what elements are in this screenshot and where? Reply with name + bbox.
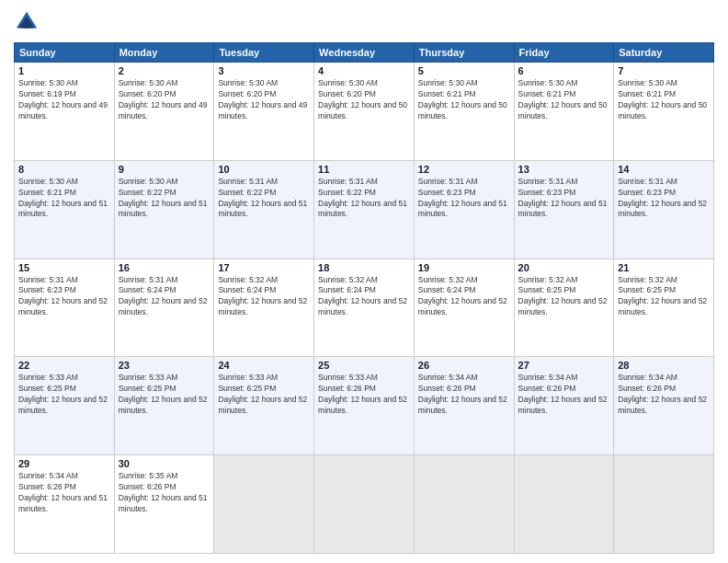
day-info: Sunrise: 5:30 AM Sunset: 6:21 PM Dayligh… [18, 177, 110, 221]
day-number: 6 [518, 65, 610, 76]
calendar-day-cell [214, 455, 314, 554]
calendar-day-cell: 14 Sunrise: 5:31 AM Sunset: 6:23 PM Dayl… [614, 160, 714, 259]
day-number: 14 [618, 164, 710, 175]
day-number: 27 [518, 360, 610, 371]
day-number: 16 [119, 262, 210, 273]
day-number: 20 [518, 262, 610, 273]
day-info: Sunrise: 5:30 AM Sunset: 6:20 PM Dayligh… [218, 78, 310, 122]
weekday-header: Friday [514, 43, 614, 63]
day-info: Sunrise: 5:30 AM Sunset: 6:22 PM Dayligh… [119, 177, 210, 221]
header [14, 9, 714, 35]
day-number: 28 [618, 360, 710, 371]
day-info: Sunrise: 5:32 AM Sunset: 6:24 PM Dayligh… [418, 275, 510, 319]
day-number: 3 [218, 65, 310, 76]
calendar-day-cell: 6 Sunrise: 5:30 AM Sunset: 6:21 PM Dayli… [514, 63, 614, 161]
day-info: Sunrise: 5:32 AM Sunset: 6:24 PM Dayligh… [218, 275, 310, 319]
day-info: Sunrise: 5:31 AM Sunset: 6:22 PM Dayligh… [318, 177, 410, 221]
calendar-day-cell: 4 Sunrise: 5:30 AM Sunset: 6:20 PM Dayli… [314, 63, 415, 161]
weekday-header: Sunday [15, 43, 115, 63]
day-number: 25 [318, 360, 410, 371]
day-info: Sunrise: 5:33 AM Sunset: 6:25 PM Dayligh… [18, 373, 110, 417]
calendar-header-row: SundayMondayTuesdayWednesdayThursdayFrid… [15, 43, 714, 63]
day-number: 15 [18, 262, 110, 273]
day-number: 1 [18, 65, 110, 76]
day-number: 22 [18, 360, 110, 371]
day-number: 26 [418, 360, 510, 371]
calendar-day-cell: 18 Sunrise: 5:32 AM Sunset: 6:24 PM Dayl… [314, 259, 415, 357]
day-info: Sunrise: 5:33 AM Sunset: 6:25 PM Dayligh… [119, 373, 210, 417]
day-info: Sunrise: 5:32 AM Sunset: 6:25 PM Dayligh… [518, 275, 610, 319]
calendar-day-cell: 1 Sunrise: 5:30 AM Sunset: 6:19 PM Dayli… [15, 63, 115, 161]
calendar-day-cell: 29 Sunrise: 5:34 AM Sunset: 6:26 PM Dayl… [15, 455, 115, 554]
day-number: 29 [18, 458, 110, 469]
day-info: Sunrise: 5:33 AM Sunset: 6:25 PM Dayligh… [218, 373, 310, 417]
calendar-day-cell: 30 Sunrise: 5:35 AM Sunset: 6:26 PM Dayl… [114, 455, 214, 554]
weekday-header: Saturday [614, 43, 714, 63]
calendar-day-cell: 10 Sunrise: 5:31 AM Sunset: 6:22 PM Dayl… [214, 160, 314, 259]
day-info: Sunrise: 5:31 AM Sunset: 6:24 PM Dayligh… [119, 275, 210, 319]
day-info: Sunrise: 5:31 AM Sunset: 6:23 PM Dayligh… [618, 177, 710, 221]
calendar-day-cell [514, 455, 614, 554]
calendar-day-cell: 21 Sunrise: 5:32 AM Sunset: 6:25 PM Dayl… [614, 259, 714, 357]
calendar-day-cell: 24 Sunrise: 5:33 AM Sunset: 6:25 PM Dayl… [214, 357, 314, 455]
day-number: 23 [119, 360, 210, 371]
weekday-header: Monday [114, 43, 214, 63]
day-number: 21 [618, 262, 710, 273]
calendar-day-cell: 12 Sunrise: 5:31 AM Sunset: 6:23 PM Dayl… [414, 160, 514, 259]
day-info: Sunrise: 5:30 AM Sunset: 6:21 PM Dayligh… [418, 78, 510, 122]
calendar-day-cell: 16 Sunrise: 5:31 AM Sunset: 6:24 PM Dayl… [114, 259, 214, 357]
calendar-day-cell: 15 Sunrise: 5:31 AM Sunset: 6:23 PM Dayl… [15, 259, 115, 357]
calendar-day-cell: 2 Sunrise: 5:30 AM Sunset: 6:20 PM Dayli… [114, 63, 214, 161]
day-info: Sunrise: 5:32 AM Sunset: 6:24 PM Dayligh… [318, 275, 410, 319]
calendar-day-cell: 23 Sunrise: 5:33 AM Sunset: 6:25 PM Dayl… [114, 357, 214, 455]
logo [14, 9, 43, 35]
day-number: 24 [218, 360, 310, 371]
calendar-day-cell: 25 Sunrise: 5:33 AM Sunset: 6:26 PM Dayl… [314, 357, 415, 455]
calendar-day-cell [314, 455, 415, 554]
page: SundayMondayTuesdayWednesdayThursdayFrid… [0, 0, 728, 563]
calendar-week-row: 1 Sunrise: 5:30 AM Sunset: 6:19 PM Dayli… [15, 63, 714, 161]
calendar-day-cell: 28 Sunrise: 5:34 AM Sunset: 6:26 PM Dayl… [614, 357, 714, 455]
calendar-day-cell: 22 Sunrise: 5:33 AM Sunset: 6:25 PM Dayl… [15, 357, 115, 455]
day-info: Sunrise: 5:30 AM Sunset: 6:21 PM Dayligh… [518, 78, 610, 122]
day-info: Sunrise: 5:32 AM Sunset: 6:25 PM Dayligh… [618, 275, 710, 319]
day-info: Sunrise: 5:33 AM Sunset: 6:26 PM Dayligh… [318, 373, 410, 417]
calendar-day-cell: 3 Sunrise: 5:30 AM Sunset: 6:20 PM Dayli… [214, 63, 314, 161]
day-info: Sunrise: 5:31 AM Sunset: 6:22 PM Dayligh… [218, 177, 310, 221]
calendar-day-cell: 17 Sunrise: 5:32 AM Sunset: 6:24 PM Dayl… [214, 259, 314, 357]
calendar-week-row: 8 Sunrise: 5:30 AM Sunset: 6:21 PM Dayli… [15, 160, 714, 259]
weekday-header: Tuesday [214, 43, 314, 63]
day-number: 9 [119, 164, 210, 175]
day-number: 7 [618, 65, 710, 76]
day-number: 4 [318, 65, 410, 76]
calendar-table: SundayMondayTuesdayWednesdayThursdayFrid… [14, 42, 714, 554]
day-number: 17 [218, 262, 310, 273]
day-info: Sunrise: 5:31 AM Sunset: 6:23 PM Dayligh… [18, 275, 110, 319]
calendar-day-cell: 5 Sunrise: 5:30 AM Sunset: 6:21 PM Dayli… [414, 63, 514, 161]
calendar-day-cell: 7 Sunrise: 5:30 AM Sunset: 6:21 PM Dayli… [614, 63, 714, 161]
day-info: Sunrise: 5:34 AM Sunset: 6:26 PM Dayligh… [518, 373, 610, 417]
day-number: 2 [119, 65, 210, 76]
day-info: Sunrise: 5:34 AM Sunset: 6:26 PM Dayligh… [418, 373, 510, 417]
day-number: 10 [218, 164, 310, 175]
calendar-day-cell: 8 Sunrise: 5:30 AM Sunset: 6:21 PM Dayli… [15, 160, 115, 259]
day-number: 18 [318, 262, 410, 273]
day-info: Sunrise: 5:34 AM Sunset: 6:26 PM Dayligh… [618, 373, 710, 417]
calendar-week-row: 29 Sunrise: 5:34 AM Sunset: 6:26 PM Dayl… [15, 455, 714, 554]
calendar-day-cell: 26 Sunrise: 5:34 AM Sunset: 6:26 PM Dayl… [414, 357, 514, 455]
calendar-day-cell [614, 455, 714, 554]
calendar-day-cell: 11 Sunrise: 5:31 AM Sunset: 6:22 PM Dayl… [314, 160, 415, 259]
day-info: Sunrise: 5:31 AM Sunset: 6:23 PM Dayligh… [518, 177, 610, 221]
svg-rect-2 [23, 25, 29, 29]
calendar-day-cell: 20 Sunrise: 5:32 AM Sunset: 6:25 PM Dayl… [514, 259, 614, 357]
day-number: 5 [418, 65, 510, 76]
logo-icon [14, 9, 40, 35]
day-number: 8 [18, 164, 110, 175]
calendar-day-cell [414, 455, 514, 554]
day-number: 19 [418, 262, 510, 273]
weekday-header: Thursday [414, 43, 514, 63]
calendar-day-cell: 19 Sunrise: 5:32 AM Sunset: 6:24 PM Dayl… [414, 259, 514, 357]
day-info: Sunrise: 5:30 AM Sunset: 6:19 PM Dayligh… [18, 78, 110, 122]
day-info: Sunrise: 5:35 AM Sunset: 6:26 PM Dayligh… [119, 471, 210, 515]
calendar-week-row: 15 Sunrise: 5:31 AM Sunset: 6:23 PM Dayl… [15, 259, 714, 357]
